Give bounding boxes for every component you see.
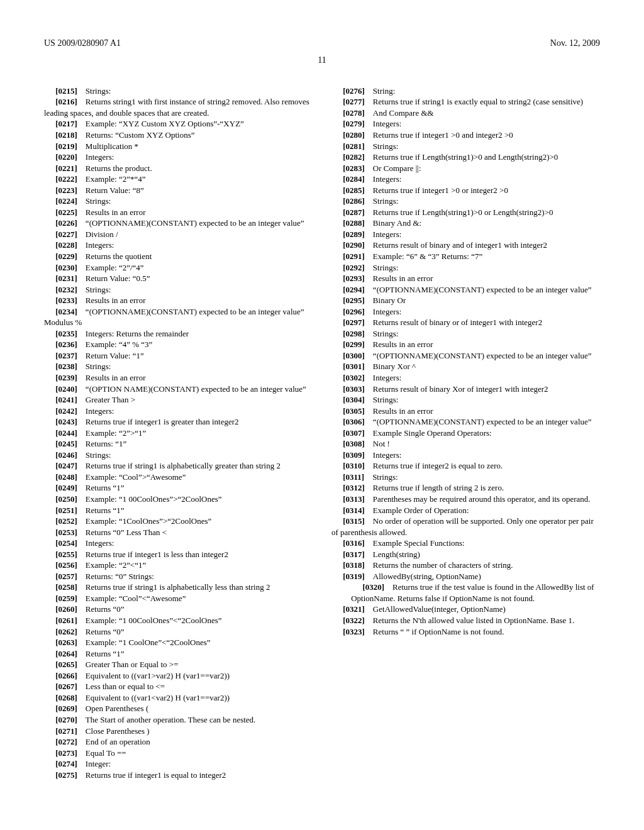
paragraph-number: [0302]: [343, 373, 373, 382]
paragraph-number: [0247]: [55, 461, 86, 470]
paragraph-number: [0295]: [343, 296, 373, 305]
paragraph-number: [0230]: [55, 263, 86, 272]
paragraph: [0224]Strings:: [44, 196, 313, 207]
paragraph-number: [0263]: [55, 638, 86, 647]
paragraph-number: [0296]: [343, 307, 373, 316]
paragraph: [0242]Integers:: [44, 406, 313, 417]
paragraph: [0257]Returns: “0” Strings:: [44, 571, 313, 582]
paragraph: [0252]Example: “1CoolOnes”>“2CoolOnes”: [44, 516, 313, 527]
paragraph-text: Results in an error: [373, 274, 433, 283]
paragraph: [0256]Example: “2”<“1”: [44, 560, 313, 571]
paragraph-text: String:: [373, 86, 395, 96]
paragraph-number: [0256]: [55, 560, 86, 570]
paragraph: [0291]Example: “6” & “3” Returns: “7”: [331, 251, 600, 262]
paragraph-text: Returns: “0” Strings:: [86, 572, 154, 581]
paragraph: [0288]Binary And &:: [331, 218, 600, 229]
paragraph-number: [0306]: [343, 417, 373, 426]
paragraph-text: Returns result of binary or of integer1 …: [373, 318, 542, 327]
paragraph-number: [0290]: [343, 240, 373, 250]
paragraph: [0269]Open Parentheses (: [44, 703, 313, 714]
paragraph-number: [0270]: [55, 715, 86, 724]
paragraph: [0253]Returns “0” Less Than <: [44, 527, 313, 538]
paragraph: [0244]Example: “2”>“1”: [44, 428, 313, 439]
paragraph-text: Return Value: “0.5”: [86, 274, 150, 283]
paragraph: [0266]Equivalent to ((var1>var2) H (var1…: [44, 670, 313, 682]
paragraph-number: [0234]: [55, 307, 86, 316]
paragraph-number: [0221]: [55, 163, 86, 173]
paragraph-number: [0276]: [343, 86, 373, 96]
paragraph-text: “(OPTIONNAME)(CONSTANT) expected to be a…: [86, 218, 304, 228]
paragraph-number: [0313]: [343, 494, 373, 504]
paragraph: [0216]Returns string1 with first instanc…: [44, 96, 313, 118]
paragraph-text: Example: “1CoolOnes”>“2CoolOnes”: [86, 516, 211, 526]
paragraph-number: [0262]: [55, 627, 86, 636]
paragraph: [0286]Strings:: [331, 196, 600, 207]
paragraph-text: Returns the N'th allowed value listed in…: [373, 616, 574, 625]
paragraph-text: Example: “1 00CoolOnes”>“2CoolOnes”: [86, 494, 222, 504]
paragraph-text: Returns: “Custom XYZ Options”: [86, 130, 195, 140]
paragraph-number: [0215]: [55, 86, 86, 96]
paragraph: [0287]Returns true if Length(string1)>0 …: [331, 207, 600, 218]
paragraph: [0226]“(OPTIONNAME)(CONSTANT) expected t…: [44, 218, 313, 229]
paragraph-number: [0294]: [343, 285, 373, 294]
paragraph-number: [0248]: [55, 472, 86, 482]
paragraph-text: Returns “0” Less Than <: [86, 528, 167, 537]
paragraph-number: [0244]: [55, 428, 86, 438]
paragraph-text: Results in an error: [373, 340, 433, 349]
paragraph-text: Greater Than >: [86, 395, 135, 404]
paragraph-text: Example: “2”*“4”: [86, 174, 146, 184]
paragraph-number: [0280]: [343, 130, 373, 140]
paragraph-text: Example: “4” % “3”: [86, 340, 152, 349]
paragraph-text: Example Order of Operation:: [373, 506, 469, 515]
paragraph: [0238]Strings:: [44, 361, 313, 372]
paragraph-text: Strings:: [86, 362, 111, 371]
paragraph-number: [0259]: [55, 594, 86, 603]
paragraph: [0221]Returns the product.: [44, 163, 313, 174]
paragraph-text: The Start of another operation. These ca…: [86, 715, 256, 724]
paragraph-text: Integers:: [373, 174, 401, 184]
paragraph-number: [0321]: [343, 604, 373, 614]
paragraph-text: Example: “2”<“1”: [86, 560, 146, 570]
paragraph: [0235]Integers: Returns the remainder: [44, 328, 313, 340]
paragraph: [0296]Integers:: [331, 306, 600, 318]
paragraph-text: Returns “0”: [86, 627, 125, 636]
paragraph-number: [0274]: [55, 759, 86, 768]
paragraph-number: [0272]: [55, 737, 86, 746]
paragraph-number: [0267]: [55, 682, 86, 691]
paragraph-number: [0298]: [343, 329, 373, 338]
paragraph: [0297]Returns result of binary or of int…: [331, 317, 600, 328]
paragraph-text: Returns the quotient: [86, 252, 152, 261]
paragraph-number: [0227]: [55, 230, 86, 239]
paragraph: [0250]Example: “1 00CoolOnes”>“2CoolOnes…: [44, 494, 313, 505]
paragraph-number: [0301]: [343, 362, 373, 371]
paragraph: [0311]Strings:: [331, 472, 600, 483]
paragraph-text: Strings:: [86, 285, 111, 294]
paragraph-number: [0271]: [55, 726, 86, 736]
paragraph-text: Example: “6” & “3” Returns: “7”: [373, 252, 482, 261]
body-columns: [0215]Strings:[0216]Returns string1 with…: [44, 86, 600, 783]
paragraph: [0290]Returns result of binary and of in…: [331, 240, 600, 251]
paragraph-number: [0218]: [55, 130, 86, 140]
paragraph: [0240]“(OPTION NAME)(CONSTANT) expected …: [44, 384, 313, 395]
paragraph-text: Returns: “1”: [86, 439, 126, 448]
paragraph-text: Returns result of binary Xor of integer1…: [373, 384, 548, 394]
paragraph-number: [0231]: [55, 274, 86, 283]
paragraph: [0261]Example: “1 00CoolOnes”<“2CoolOnes…: [44, 615, 313, 626]
paragraph-number: [0224]: [55, 196, 86, 206]
paragraph-text: Returns true if Length(string1)>0 and Le…: [373, 152, 558, 162]
paragraph-number: [0260]: [55, 604, 86, 614]
paragraph: [0268]Equivalent to ((var1<var2) H (var1…: [44, 692, 313, 704]
paragraph-text: Example: “XYZ Custom XYZ Options”-“XYZ”: [86, 119, 244, 128]
paragraph-text: Returns “0”: [86, 604, 125, 614]
paragraph-number: [0315]: [343, 516, 373, 526]
paragraph-number: [0253]: [55, 528, 86, 537]
paragraph-text: Strings:: [86, 196, 111, 206]
paragraph-text: Binary Or: [373, 296, 406, 305]
paragraph: [0228]Integers:: [44, 240, 313, 251]
paragraph-text: Or Compare ||:: [373, 163, 421, 173]
paragraph-text: Returns true if integer1 is greater than…: [86, 417, 239, 426]
paragraph: [0279]Integers:: [331, 118, 600, 130]
paragraph-text: “(OPTIONNAME)(CONSTANT) expected to be a…: [373, 285, 592, 294]
paragraph-text: Integer:: [86, 759, 111, 768]
paragraph: [0298]Strings:: [331, 328, 600, 340]
